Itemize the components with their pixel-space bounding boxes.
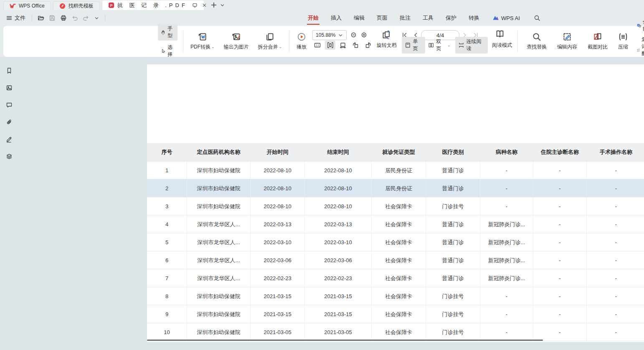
single-page-icon: [405, 42, 411, 49]
print-button[interactable]: [59, 14, 68, 22]
table-cell: 深圳市龙华区人...: [187, 233, 251, 251]
menu-tab-edit[interactable]: 编辑: [353, 13, 365, 23]
continuous-read-button[interactable]: 连续阅读: [455, 37, 488, 54]
column-header: 就诊凭证类型: [372, 143, 426, 161]
attachment-icon[interactable]: [5, 118, 13, 126]
quickbar-more-button[interactable]: [93, 15, 100, 22]
docer-icon: [59, 3, 66, 9]
table-cell: -: [587, 215, 644, 233]
table-cell: 6: [147, 251, 187, 269]
redo-button[interactable]: [82, 14, 90, 22]
table-cell: 深圳市妇幼保健院: [187, 323, 251, 341]
split-merge-button[interactable]: 拆分合并⌄: [256, 31, 284, 51]
horizontal-scrollbar[interactable]: [147, 340, 543, 341]
table-cell: -: [480, 179, 533, 197]
layers-icon[interactable]: [5, 153, 13, 160]
hand-tool-button[interactable]: 手型: [158, 24, 177, 41]
divider: [517, 31, 518, 52]
rotate-left-button[interactable]: [350, 41, 360, 50]
pdf-convert-button[interactable]: PDF转换⌄: [189, 31, 216, 51]
bookmark-icon[interactable]: [5, 67, 13, 74]
edit-content-button[interactable]: 编辑内容: [555, 31, 579, 51]
table-cell: -: [587, 251, 644, 269]
find-replace-button[interactable]: 查找替换: [525, 31, 548, 51]
table-cell: 深圳市龙华区人...: [187, 269, 251, 287]
wps-ai-button[interactable]: WPS AI: [492, 15, 520, 21]
screenshot-compare-button[interactable]: 截图对比: [586, 31, 609, 51]
compress-button[interactable]: 压缩: [616, 31, 630, 51]
menu-tab-protect[interactable]: 保护: [445, 13, 457, 23]
column-header: 结束时间: [305, 143, 372, 161]
table-cell: 社会保障卡: [372, 323, 426, 341]
thumbnail-icon[interactable]: [5, 84, 13, 92]
table-cell: 社会保障卡: [372, 233, 426, 251]
cursor-icon: [161, 48, 165, 54]
ribbon-tabs: 开始 插入 编辑 页面 批注 工具 保护 转换 WPS AI: [307, 10, 540, 26]
table-cell: 门诊挂号: [426, 197, 480, 215]
table-cell: -: [480, 161, 533, 179]
menu-tab-home[interactable]: 开始: [307, 13, 319, 23]
svg-text:A: A: [639, 50, 640, 52]
export-image-button[interactable]: 输出为图片: [222, 31, 251, 51]
rotate-doc-label[interactable]: 旋转文档: [377, 42, 397, 49]
table-row: 3深圳市妇幼保健院2022-08-102022-08-10社会保障卡门诊挂号--…: [147, 197, 644, 215]
table-cell: -: [587, 323, 644, 341]
menu-tab-comment[interactable]: 批注: [399, 13, 411, 23]
actual-size-button[interactable]: 1:1: [312, 41, 322, 50]
double-page-icon: [428, 42, 434, 49]
file-menu-button[interactable]: 文件: [4, 13, 27, 23]
play-button[interactable]: 播放: [295, 31, 308, 51]
save-button[interactable]: [48, 14, 56, 22]
table-cell: 门诊挂号: [426, 305, 480, 323]
close-tab-icon[interactable]: [202, 3, 207, 8]
table-cell: 社会保障卡: [372, 251, 426, 269]
screenshot-compare-label: 截图对比: [588, 43, 608, 51]
wps-ai-icon: [492, 15, 499, 21]
single-page-button[interactable]: 单页: [402, 37, 425, 54]
chevron-down-icon: [94, 15, 99, 21]
menu-tab-page[interactable]: 页面: [376, 13, 388, 23]
full-translate-button[interactable]: A 字 全文翻译: [637, 18, 644, 33]
signature-icon[interactable]: [5, 135, 13, 143]
table-cell: 2022-02-23: [305, 269, 372, 287]
rotate-right-button[interactable]: [363, 41, 373, 50]
fit-page-button[interactable]: [325, 41, 335, 50]
table-cell: 新冠肺炎门诊...: [480, 215, 533, 233]
fit-width-button[interactable]: [338, 41, 348, 50]
menu-tab-convert[interactable]: 转换: [468, 13, 480, 23]
navigation-sidebar: [0, 57, 18, 350]
table-cell: -: [533, 323, 587, 341]
table-cell: 深圳市龙华区人...: [187, 215, 251, 233]
table-cell: 普通门诊: [426, 269, 480, 287]
table-cell: -: [587, 287, 644, 305]
column-header: 医疗类别: [426, 143, 480, 161]
read-mode-label[interactable]: 阅读模式: [492, 42, 512, 49]
tab-list-chevron-icon[interactable]: [220, 3, 225, 8]
table-cell: 普通门诊: [426, 233, 480, 251]
double-page-button[interactable]: 双页 ⌄: [425, 37, 454, 54]
table-cell: -: [587, 269, 644, 287]
undo-icon: [71, 15, 78, 21]
open-file-button[interactable]: [37, 14, 45, 22]
undo-button[interactable]: [71, 14, 79, 22]
menu-tab-tools[interactable]: 工具: [422, 13, 434, 23]
new-tab-icon[interactable]: [210, 2, 217, 8]
pdf-page[interactable]: 序号定点医药机构名称开始时间结束时间就诊凭证类型医疗类别病种名称住院主诊断名称手…: [147, 64, 644, 342]
comment-icon[interactable]: [5, 101, 13, 109]
tab-label: 就 医 记 录 .PDF: [117, 2, 188, 9]
table-cell: 2022-02-23: [251, 269, 305, 287]
tab-document-pdf[interactable]: P 就 医 记 录 .PDF: [102, 0, 204, 10]
table-cell: 2022-03-13: [251, 215, 305, 233]
tab-docer-templates[interactable]: 找稻壳模板: [53, 1, 100, 10]
monitor-icon[interactable]: [192, 3, 198, 8]
window-tab-bar: WPS Office 找稻壳模板 P 就 医 记 录 .PDF: [0, 0, 644, 10]
menu-tab-insert[interactable]: 插入: [330, 13, 342, 23]
table-cell: -: [533, 251, 587, 269]
table-cell: -: [480, 197, 533, 215]
table-cell: 2022-08-10: [305, 161, 372, 179]
table-cell: 5: [147, 233, 187, 251]
tab-wps-office[interactable]: WPS Office: [3, 1, 51, 10]
table-cell: 社会保障卡: [372, 287, 426, 305]
table-cell: 2022-03-06: [305, 251, 372, 269]
table-cell: 4: [147, 215, 187, 233]
